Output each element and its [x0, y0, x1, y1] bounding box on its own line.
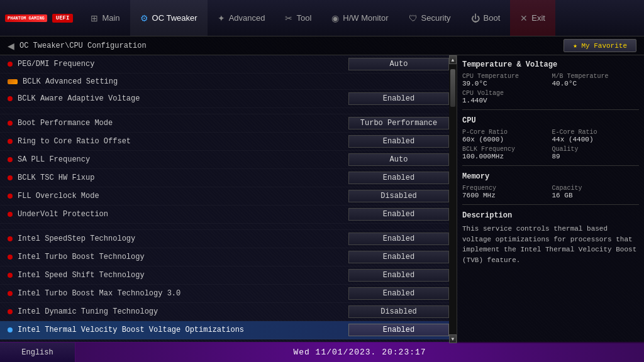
tab-exit-label: Exit [531, 13, 545, 23]
item-value[interactable]: Enabled [348, 251, 449, 263]
scrollbar-track: ▲ ▼ [449, 55, 457, 343]
tab-boot[interactable]: ⏻ Boot [461, 0, 511, 36]
security-icon: 🛡 [409, 13, 418, 23]
tab-main[interactable]: ⊞ Main [80, 0, 130, 36]
item-value[interactable]: Enabled [348, 269, 449, 282]
language-selector[interactable]: English [0, 343, 75, 362]
list-item[interactable]: FLL Overclock Mode Disabled [0, 187, 457, 206]
list-item[interactable]: Intel Dynamic Tuning Technology Disabled [0, 303, 457, 321]
cpu-section: CPU P-Core Ratio 60x (6000) E-Core Ratio… [462, 116, 639, 166]
list-item[interactable]: BCLK Aware Adaptive Voltage Enabled [0, 90, 457, 108]
tool-icon: ✂ [285, 13, 292, 23]
tab-boot-label: Boot [484, 13, 501, 23]
settings-list: PEG/DMI Frequency Auto BCLK Advanced Set… [0, 55, 457, 339]
tab-oc-tweaker[interactable]: ⚙ OC Tweaker [130, 0, 208, 36]
item-value[interactable]: Enabled [348, 324, 449, 336]
item-bullet [8, 157, 13, 162]
tab-exit[interactable]: ✕ Exit [510, 0, 555, 36]
item-value[interactable]: Turbo Performance [348, 117, 449, 129]
header: PHANTOM GAMING UEFI ⊞ Main ⚙ OC Tweaker … [0, 0, 644, 36]
cpu-volt-label: CPU Voltage [462, 90, 639, 97]
memory-section: Memory Frequency 7600 MHz Capacity 16 GB [462, 172, 639, 205]
cpu-volt-value: 1.440V [462, 97, 639, 104]
item-value[interactable]: Enabled [348, 233, 449, 245]
list-item[interactable]: Intel SpeedStep Technology Enabled [0, 230, 457, 248]
description-text: This service controls thermal based volt… [462, 224, 639, 265]
mb-temp-label: M/B Temperature [552, 73, 640, 80]
breadcrumb-back-button[interactable]: ◀ [8, 41, 14, 51]
list-item[interactable]: BCLK Advanced Setting [0, 74, 457, 90]
list-item[interactable]: SA PLL Frequency Auto [0, 151, 457, 169]
cpu-temp-value: 39.0°C [462, 80, 550, 87]
pcore-value: 60x (6000) [462, 136, 550, 143]
my-favorite-button[interactable]: ★ My Favorite [564, 39, 636, 52]
tab-security-label: Security [421, 13, 451, 23]
mem-capacity-value: 16 GB [552, 192, 640, 199]
list-item[interactable]: Intel Speed Shift Technology Enabled [0, 266, 457, 285]
item-value[interactable]: Enabled [348, 172, 449, 184]
tab-oc-label: OC Tweaker [152, 13, 197, 23]
item-value[interactable]: Enabled [348, 92, 449, 105]
item-value[interactable]: Auto [348, 153, 449, 166]
logo-phantom-gaming: PHANTOM GAMING [5, 14, 47, 22]
scroll-thumb[interactable] [450, 69, 455, 107]
cpu-temp-label: CPU Temperature [462, 73, 550, 80]
item-bullet [8, 96, 13, 101]
item-bullet [8, 62, 13, 67]
tab-tool-label: Tool [296, 13, 311, 23]
quality-label: Quality [552, 146, 640, 153]
list-item[interactable]: PEG/DMI Frequency Auto [0, 55, 457, 74]
tab-hw-monitor[interactable]: ◉ H/W Monitor [321, 0, 398, 36]
item-bullet [8, 175, 13, 180]
mem-freq-label: Frequency [462, 185, 550, 192]
item-value[interactable]: Disabled [348, 305, 449, 318]
item-label: BCLK Advanced Setting [23, 77, 348, 86]
bclk-freq-value: 100.000MHz [462, 153, 550, 160]
ecore-value: 44x (4400) [552, 136, 640, 143]
left-panel: PEG/DMI Frequency Auto BCLK Advanced Set… [0, 55, 457, 343]
item-value[interactable]: Enabled [348, 287, 449, 300]
list-item-selected[interactable]: Intel Thermal Velocity Boost Voltage Opt… [0, 321, 457, 339]
memory-title: Memory [462, 172, 639, 181]
item-label: Intel Speed Shift Technology [18, 271, 348, 280]
scroll-up-button[interactable]: ▲ [449, 55, 457, 64]
logo-uefi: UEFI [52, 14, 74, 23]
main-icon: ⊞ [91, 13, 98, 23]
tab-security[interactable]: 🛡 Security [399, 0, 461, 36]
item-label: BCLK TSC HW Fixup [18, 173, 348, 182]
list-item[interactable]: Intel Turbo Boost Technology Enabled [0, 248, 457, 266]
item-label: Intel SpeedStep Technology [18, 234, 348, 243]
tab-tool[interactable]: ✂ Tool [275, 0, 321, 36]
tab-advanced[interactable]: ✦ Advanced [208, 0, 275, 36]
list-item[interactable]: Intel Turbo Boost Max Technology 3.0 Ena… [0, 285, 457, 303]
list-item[interactable]: UnderVolt Protection Enabled [0, 206, 457, 224]
list-item[interactable]: Boot Performance Mode Turbo Performance [0, 114, 457, 133]
datetime-display: Wed 11/01/2023. 20:23:17 [75, 343, 644, 362]
item-value[interactable]: Disabled [348, 190, 449, 202]
scroll-down-button[interactable]: ▼ [449, 334, 457, 343]
memory-grid: Frequency 7600 MHz Capacity 16 GB [462, 185, 639, 199]
item-label: PEG/DMI Frequency [18, 60, 348, 69]
temp-voltage-section: Temperature & Voltage CPU Temperature 39… [462, 60, 639, 110]
item-label: Ring to Core Ratio Offset [18, 137, 348, 146]
tab-advanced-label: Advanced [229, 13, 265, 23]
item-bullet [8, 291, 13, 296]
breadcrumb-bar: ◀ OC Tweaker\CPU Configuration ★ My Favo… [0, 36, 644, 55]
cpu-grid: P-Core Ratio 60x (6000) E-Core Ratio 44x… [462, 129, 639, 160]
item-bullet [8, 121, 13, 126]
list-item[interactable]: BCLK TSC HW Fixup Enabled [0, 169, 457, 187]
boot-icon: ⏻ [471, 13, 480, 23]
mem-freq-value: 7600 MHz [462, 192, 550, 199]
item-label: FLL Overclock Mode [18, 192, 348, 200]
description-title: Description [462, 211, 639, 220]
item-label: Intel Dynamic Tuning Technology [18, 307, 348, 316]
item-value[interactable]: Enabled [348, 208, 449, 221]
right-panel: Temperature & Voltage CPU Temperature 39… [457, 55, 644, 343]
item-label: Intel Turbo Boost Technology [18, 253, 348, 261]
list-spacer [0, 224, 457, 230]
item-label: SA PLL Frequency [18, 155, 348, 164]
item-value[interactable]: Auto [348, 58, 449, 70]
description-box: Description This service controls therma… [462, 211, 639, 265]
list-item[interactable]: Ring to Core Ratio Offset Enabled [0, 133, 457, 151]
item-value[interactable]: Enabled [348, 135, 449, 148]
